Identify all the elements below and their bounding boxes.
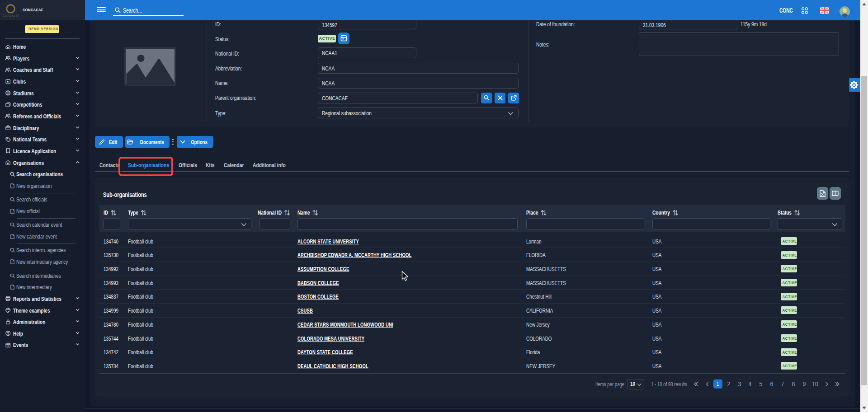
svg-text:Concacaf: Concacaf (3, 14, 19, 18)
